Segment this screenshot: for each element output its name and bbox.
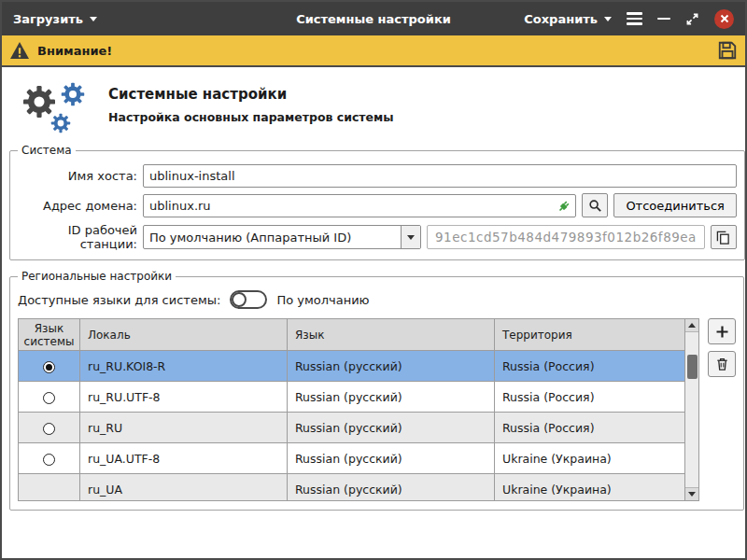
territory-cell: Russia (Россия) bbox=[495, 413, 685, 443]
regional-section: Региональные настройки Доступные языки д… bbox=[9, 270, 744, 511]
settings-gears-icon bbox=[15, 77, 93, 136]
regional-section-legend: Региональные настройки bbox=[18, 270, 176, 283]
locale-row[interactable]: ru_UA Russian (русский) Ukraine (Украина… bbox=[19, 474, 685, 502]
toggle-state-label: По умолчанию bbox=[276, 293, 369, 307]
scroll-down-icon bbox=[688, 492, 696, 497]
territory-cell: Ukraine (Украина) bbox=[495, 443, 685, 474]
search-icon bbox=[588, 199, 602, 213]
radio-unselected-icon[interactable] bbox=[43, 392, 55, 404]
default-languages-toggle[interactable] bbox=[230, 290, 267, 309]
locale-cell: ru_RU.UTF-8 bbox=[80, 382, 288, 413]
station-id-label: ID рабочей станции: bbox=[18, 223, 137, 251]
disconnect-button[interactable]: Отсоединиться bbox=[613, 193, 737, 217]
locale-row[interactable]: ru_RU.KOI8-R Russian (русский) Russia (Р… bbox=[19, 351, 685, 382]
territory-cell: Ukraine (Украина) bbox=[495, 474, 685, 502]
warning-text: Внимание! bbox=[37, 44, 112, 58]
delete-locale-button[interactable] bbox=[708, 351, 736, 377]
station-id-selected-option: По умолчанию (Аппаратный ID) bbox=[144, 231, 401, 245]
language-cell: Russian (русский) bbox=[288, 443, 495, 474]
language-cell: Russian (русский) bbox=[288, 382, 495, 413]
language-cell: Russian (русский) bbox=[288, 413, 495, 443]
system-section: Система Имя хоста: Адрес домена: bbox=[9, 144, 745, 260]
search-button[interactable] bbox=[582, 193, 608, 217]
app-window: Системные настройки Загрузить Сохранить bbox=[0, 0, 747, 560]
vertical-scrollbar[interactable] bbox=[685, 318, 699, 501]
connected-plug-icon bbox=[557, 199, 571, 214]
locale-row[interactable]: ru_UA.UTF-8 Russian (русский) Ukraine (У… bbox=[19, 443, 685, 474]
page-title: Системные настройки bbox=[108, 86, 394, 103]
scrollbar-thumb[interactable] bbox=[687, 355, 698, 379]
toggle-knob-icon bbox=[232, 292, 247, 307]
radio-unselected-icon[interactable] bbox=[43, 423, 55, 435]
close-icon bbox=[714, 9, 734, 29]
save-file-button[interactable] bbox=[717, 40, 738, 61]
locale-cell: ru_RU.KOI8-R bbox=[80, 351, 288, 382]
station-id-select[interactable]: По умолчанию (Аппаратный ID) bbox=[143, 225, 421, 249]
save-button[interactable]: Сохранить bbox=[524, 12, 612, 26]
minimize-button[interactable] bbox=[657, 18, 670, 21]
radio-selected-icon[interactable] bbox=[43, 361, 55, 373]
hostname-input[interactable] bbox=[143, 164, 737, 188]
station-id-value: 91ec1cd57b484d479893f012b26f89ea bbox=[427, 225, 705, 249]
locales-table-viewport: Язык системы Локаль Язык Территория ru_R… bbox=[18, 318, 685, 501]
load-button[interactable]: Загрузить bbox=[13, 12, 97, 26]
load-button-label: Загрузить bbox=[13, 12, 83, 26]
locale-cell: ru_RU bbox=[80, 413, 288, 443]
scroll-up-button[interactable] bbox=[685, 319, 698, 332]
locale-cell: ru_UA bbox=[80, 474, 288, 502]
minimize-icon bbox=[657, 18, 670, 21]
table-header-row: Язык системы Локаль Язык Территория bbox=[19, 319, 685, 351]
hamburger-icon bbox=[627, 12, 642, 25]
language-cell: Russian (русский) bbox=[288, 351, 495, 382]
close-button[interactable] bbox=[714, 9, 734, 29]
locale-row[interactable]: ru_RU Russian (русский) Russia (Россия) bbox=[19, 413, 685, 443]
territory-cell: Russia (Россия) bbox=[495, 382, 685, 413]
copy-button[interactable] bbox=[711, 225, 737, 249]
column-header-territory: Территория bbox=[495, 319, 685, 351]
territory-cell: Russia (Россия) bbox=[495, 351, 685, 382]
warning-icon bbox=[9, 41, 30, 60]
column-header-system-language: Язык системы bbox=[19, 319, 80, 351]
floppy-icon bbox=[717, 40, 738, 61]
system-section-legend: Система bbox=[18, 144, 76, 157]
domain-input[interactable] bbox=[143, 194, 576, 217]
plus-icon bbox=[715, 325, 729, 339]
save-button-label: Сохранить bbox=[524, 12, 598, 26]
warning-bar: Внимание! bbox=[2, 35, 745, 67]
main-content: Системные настройки Настройка основных п… bbox=[2, 67, 745, 558]
scroll-up-icon bbox=[688, 323, 696, 328]
radio-unselected-icon[interactable] bbox=[43, 454, 55, 466]
hostname-label: Имя хоста: bbox=[18, 169, 137, 183]
column-header-locale: Локаль bbox=[80, 319, 288, 351]
available-languages-label: Доступные языки для системы: bbox=[18, 293, 220, 307]
maximize-button[interactable] bbox=[685, 12, 699, 26]
locale-row[interactable]: ru_RU.UTF-8 Russian (русский) Russia (Ро… bbox=[19, 382, 685, 413]
trash-icon bbox=[715, 357, 729, 371]
domain-label: Адрес домена: bbox=[18, 199, 137, 213]
add-locale-button[interactable] bbox=[708, 318, 736, 344]
scroll-down-button[interactable] bbox=[685, 487, 698, 500]
menu-button[interactable] bbox=[627, 12, 642, 25]
locales-table: Язык системы Локаль Язык Территория ru_R… bbox=[18, 318, 685, 501]
chevron-down-icon bbox=[90, 17, 97, 21]
maximize-icon bbox=[685, 12, 699, 26]
title-bar: Системные настройки Загрузить Сохранить bbox=[2, 2, 745, 35]
locale-cell: ru_UA.UTF-8 bbox=[80, 443, 288, 474]
page-header: Системные настройки Настройка основных п… bbox=[15, 77, 738, 136]
chevron-down-icon bbox=[604, 17, 612, 21]
page-subtitle: Настройка основных параметров системы bbox=[108, 110, 394, 124]
copy-icon bbox=[716, 231, 730, 245]
column-header-language: Язык bbox=[288, 319, 495, 351]
language-cell: Russian (русский) bbox=[288, 474, 495, 502]
dropdown-arrow-icon[interactable] bbox=[401, 226, 420, 248]
